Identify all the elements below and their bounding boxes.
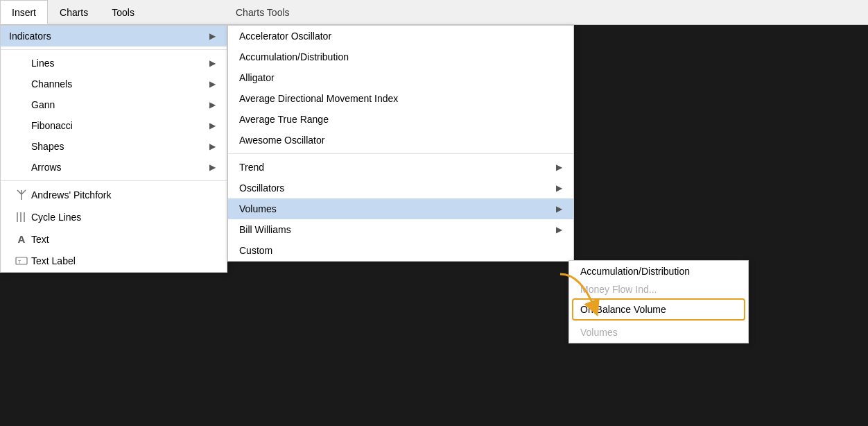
menu-item-lines[interactable]: Lines ▶ (1, 53, 227, 74)
separator-1 (1, 49, 227, 50)
volume-accum-dist[interactable]: Accumulation/Distribution (569, 261, 748, 282)
menu-item-indicators[interactable]: Indicators ▶ (1, 26, 227, 46)
indicator-volumes[interactable]: Volumes ▶ (228, 198, 573, 219)
menu-tools[interactable]: Tools (100, 0, 146, 24)
adx-label: Average Directional Movement Index (239, 93, 562, 104)
alligator-label: Alligator (239, 72, 562, 83)
menu-item-fibonacci[interactable]: Fibonacci ▶ (1, 115, 227, 136)
menu-insert-label: Insert (12, 7, 36, 18)
svg-text:T: T (18, 259, 21, 264)
separator-2 (1, 180, 227, 181)
volume-on-balance[interactable]: On Balance Volume (572, 298, 745, 321)
indicator-atr[interactable]: Average True Range (228, 109, 573, 130)
indicator-trend[interactable]: Trend ▶ (228, 157, 573, 178)
svg-line-2 (21, 190, 26, 194)
vol-volumes-label: Volumes (580, 327, 737, 338)
vol-accum-dist-label: Accumulation/Distribution (580, 266, 737, 277)
menu-item-gann[interactable]: Gann ▶ (1, 94, 227, 115)
vol-money-flow-label: Money Flow Ind... (580, 284, 737, 295)
volumes-label: Volumes (239, 203, 556, 214)
menu-insert[interactable]: Insert (0, 0, 48, 24)
channels-arrow-icon: ▶ (209, 79, 216, 89)
fibonacci-arrow-icon: ▶ (209, 121, 216, 130)
insert-dropdown: Indicators ▶ Lines ▶ Channels ▶ Gann ▶ F… (0, 25, 227, 273)
arrows-arrow-icon: ▶ (209, 162, 216, 172)
cycle-lines-label: Cycle Lines (31, 212, 216, 223)
menu-item-cycle-lines[interactable]: Cycle Lines (1, 206, 227, 228)
oscillators-label: Oscillators (239, 182, 556, 194)
pitchfork-icon (12, 189, 31, 201)
atr-label: Average True Range (239, 114, 562, 125)
menu-item-arrows[interactable]: Arrows ▶ (1, 157, 227, 178)
on-balance-label: On Balance Volume (580, 304, 737, 315)
indicator-custom[interactable]: Custom (228, 240, 573, 261)
menu-item-channels[interactable]: Channels ▶ (1, 74, 227, 94)
oscillators-arrow-icon: ▶ (556, 183, 562, 193)
bill-williams-arrow-icon: ▶ (556, 225, 562, 235)
menu-bar: Insert Charts Tools (0, 0, 229, 25)
indicators-arrow-icon: ▶ (209, 31, 216, 41)
gann-arrow-icon: ▶ (209, 100, 216, 110)
trend-arrow-icon: ▶ (556, 162, 562, 172)
indicators-sep (228, 153, 573, 154)
menu-item-text-label[interactable]: T Text Label (1, 250, 227, 272)
indicator-accelerator[interactable]: Accelerator Oscillator (228, 26, 573, 46)
menu-item-andrews[interactable]: Andrews' Pitchfork (1, 184, 227, 206)
arrows-label: Arrows (31, 162, 209, 173)
svg-line-1 (17, 190, 21, 194)
volume-money-flow-partial[interactable]: Money Flow Ind... (569, 282, 748, 297)
bill-williams-label: Bill Williams (239, 224, 556, 235)
accum-dist-label: Accumulation/Distribution (239, 51, 562, 62)
indicators-label: Indicators (9, 31, 209, 42)
fibonacci-label: Fibonacci (31, 120, 209, 131)
gann-label: Gann (31, 99, 209, 110)
accelerator-label: Accelerator Oscillator (239, 31, 562, 42)
indicator-accum-dist[interactable]: Accumulation/Distribution (228, 46, 573, 67)
text-label-label: Text Label (31, 255, 216, 266)
indicator-adx[interactable]: Average Directional Movement Index (228, 88, 573, 109)
indicator-oscillators[interactable]: Oscillators ▶ (228, 178, 573, 198)
indicator-awesome[interactable]: Awesome Oscillator (228, 130, 573, 151)
awesome-label: Awesome Oscillator (239, 135, 562, 146)
text-icon: A (12, 233, 31, 245)
volume-volumes[interactable]: Volumes (569, 322, 748, 343)
lines-arrow-icon: ▶ (209, 58, 216, 68)
channels-label: Channels (31, 78, 209, 90)
cycle-lines-icon (12, 211, 31, 223)
app-title: Charts Tools (236, 7, 290, 18)
andrews-label: Andrews' Pitchfork (31, 189, 216, 201)
indicators-dropdown: Accelerator Oscillator Accumulation/Dist… (227, 25, 574, 262)
indicator-bill-williams[interactable]: Bill Williams ▶ (228, 219, 573, 240)
text-label: Text (31, 234, 216, 245)
shapes-label: Shapes (31, 141, 209, 152)
indicator-alligator[interactable]: Alligator (228, 67, 573, 88)
menu-tools-label: Tools (112, 7, 134, 18)
volumes-dropdown: Accumulation/Distribution Money Flow Ind… (568, 260, 749, 343)
text-label-icon: T (12, 255, 31, 267)
custom-label: Custom (239, 245, 562, 256)
volumes-arrow-icon: ▶ (556, 204, 562, 214)
lines-label: Lines (31, 58, 209, 69)
menu-item-text[interactable]: A Text (1, 228, 227, 250)
trend-label: Trend (239, 162, 556, 173)
menu-item-shapes[interactable]: Shapes ▶ (1, 136, 227, 157)
shapes-arrow-icon: ▶ (209, 142, 216, 151)
menu-charts[interactable]: Charts (48, 0, 100, 24)
menu-charts-label: Charts (60, 7, 88, 18)
